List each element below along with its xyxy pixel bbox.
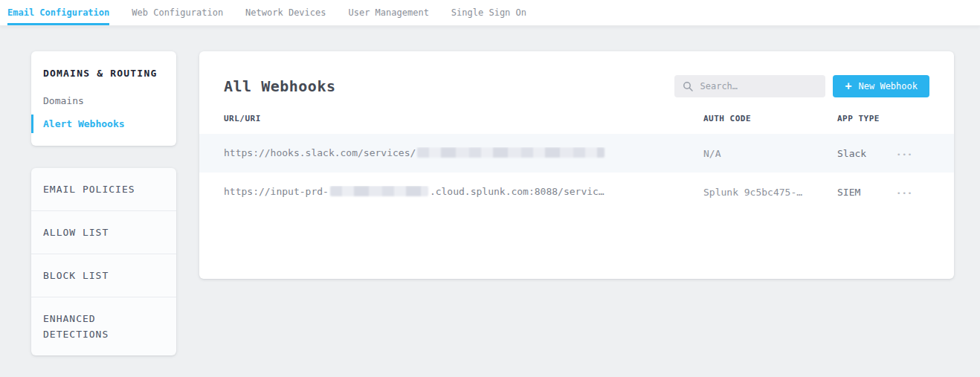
table-row[interactable]: https://input-prd-.cloud.splunk.com:8088…: [199, 173, 954, 211]
app-root: Email Configuration Web Configuration Ne…: [0, 0, 980, 355]
app-type: SIEM: [837, 187, 897, 198]
url-text: https://hooks.slack.com/services/: [224, 147, 416, 158]
tab-email-configuration[interactable]: Email Configuration: [7, 0, 109, 25]
row-menu-icon[interactable]: •••: [897, 190, 913, 197]
auth-code: Splunk 9c5bc475-…: [703, 187, 837, 198]
url-text: .cloud.splunk.com:8088/servic…: [430, 186, 605, 197]
url-text: https://input-prd-: [224, 186, 329, 197]
domains-routing-card: DOMAINS & ROUTING Domains Alert Webhooks: [31, 51, 176, 146]
tab-single-sign-on[interactable]: Single Sign On: [451, 0, 526, 25]
table-row[interactable]: https://hooks.slack.com/services/ N/A Sl…: [199, 134, 954, 173]
redacted-url-segment: [330, 186, 428, 196]
webhooks-panel: All Webhooks + New Webhook: [199, 51, 954, 279]
search-input[interactable]: [700, 81, 817, 91]
header-actions: + New Webhook: [674, 75, 929, 97]
new-webhook-label: New Webhook: [859, 81, 918, 91]
row-menu-icon[interactable]: •••: [897, 151, 913, 158]
top-nav: Email Configuration Web Configuration Ne…: [0, 0, 980, 26]
sidebar-item-allow-list[interactable]: ALLOW LIST: [31, 211, 176, 254]
sidebar-item-block-list[interactable]: BLOCK LIST: [31, 254, 176, 297]
sidebar-item-domains[interactable]: Domains: [43, 89, 164, 112]
sidebar-item-email-policies[interactable]: EMAIL POLICIES: [31, 168, 176, 211]
column-header-app-type: APP TYPE: [837, 114, 897, 123]
search-icon: [683, 81, 693, 91]
redacted-url-segment: [417, 147, 605, 158]
webhook-url: https://hooks.slack.com/services/: [224, 147, 703, 160]
tab-network-devices[interactable]: Network Devices: [245, 0, 326, 25]
column-header-auth-code: AUTH CODE: [703, 114, 837, 123]
sidebar-item-alert-webhooks[interactable]: Alert Webhooks: [43, 112, 164, 135]
auth-code: N/A: [703, 148, 837, 159]
panel-header: All Webhooks + New Webhook: [224, 75, 929, 97]
tab-web-configuration[interactable]: Web Configuration: [132, 0, 223, 25]
row-actions: •••: [897, 187, 929, 198]
column-header-url: URL/URI: [224, 114, 703, 123]
webhook-url: https://input-prd-.cloud.splunk.com:8088…: [224, 186, 703, 199]
webhooks-table: URL/URI AUTH CODE APP TYPE https://hooks…: [224, 114, 929, 211]
app-type: Slack: [837, 148, 897, 159]
tab-user-management[interactable]: User Management: [348, 0, 428, 25]
table-header-row: URL/URI AUTH CODE APP TYPE: [224, 114, 929, 134]
page-title: All Webhooks: [224, 77, 336, 95]
plus-icon: +: [845, 81, 851, 92]
sidebar-sections-card: EMAIL POLICIES ALLOW LIST BLOCK LIST ENH…: [31, 168, 176, 355]
row-actions: •••: [897, 148, 929, 159]
sidebar: DOMAINS & ROUTING Domains Alert Webhooks…: [31, 51, 176, 355]
new-webhook-button[interactable]: + New Webhook: [833, 75, 929, 97]
search-box: [674, 75, 825, 97]
sidebar-item-enhanced-detections[interactable]: ENHANCED DETECTIONS: [31, 297, 176, 355]
content-area: DOMAINS & ROUTING Domains Alert Webhooks…: [0, 26, 980, 355]
sidebar-section-title: DOMAINS & ROUTING: [43, 68, 164, 79]
